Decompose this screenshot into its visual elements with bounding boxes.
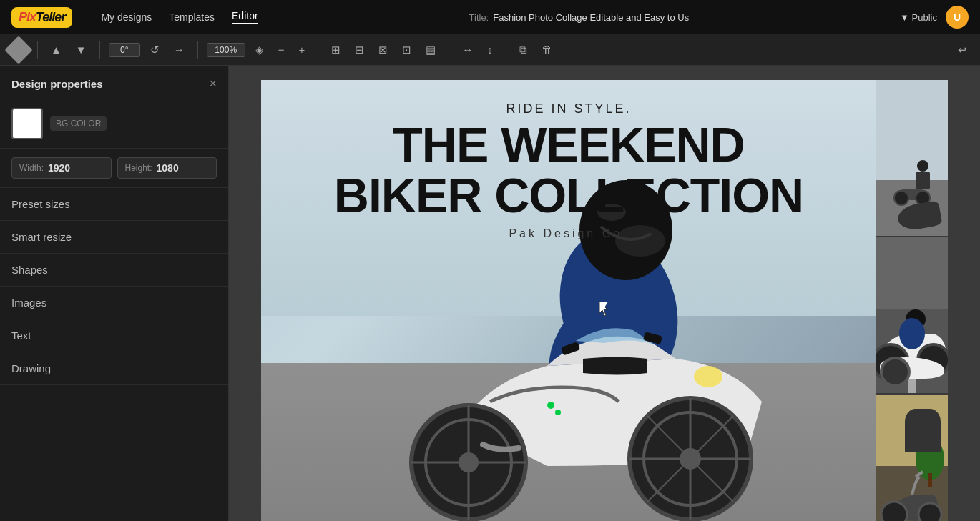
rotate-arrow-btn[interactable]: → bbox=[170, 41, 189, 59]
nav-templates[interactable]: Templates bbox=[169, 11, 215, 23]
sidebar-item-smart-resize[interactable]: Smart resize bbox=[0, 221, 228, 254]
close-button[interactable]: × bbox=[209, 77, 217, 90]
svg-point-30 bbox=[916, 191, 930, 205]
canvas-subtitle: RIDE IN STYLE. bbox=[261, 101, 876, 116]
height-box[interactable]: Height: 1080 bbox=[117, 157, 217, 179]
align-btn-4[interactable]: ⊡ bbox=[398, 41, 416, 59]
svg-point-36 bbox=[899, 318, 925, 349]
toolbar: ▲ ▼ ↺ → ◈ − + ⊞ ⊟ ⊠ ⊡ ▤ ↔ ↕ ⧉ 🗑 ↩ bbox=[0, 34, 980, 66]
thumbnail-1[interactable] bbox=[876, 80, 948, 237]
public-button[interactable]: ▼ Public bbox=[900, 12, 937, 23]
sidebar-title: Design properties bbox=[11, 78, 103, 90]
separator-6 bbox=[506, 41, 506, 59]
main: Design properties × BG COLOR Width: 1920… bbox=[0, 66, 980, 521]
svg-point-21 bbox=[694, 366, 722, 387]
canvas-text-overlay: RIDE IN STYLE. THE WEEKEND BIKER COLLECT… bbox=[261, 101, 876, 240]
width-label: Width: bbox=[19, 163, 44, 173]
canvas-wrapper: RIDE IN STYLE. THE WEEKEND BIKER COLLECT… bbox=[261, 80, 948, 521]
delete-btn[interactable]: 🗑 bbox=[537, 41, 557, 59]
move-up-btn[interactable]: ▲ bbox=[46, 41, 66, 59]
width-box[interactable]: Width: 1920 bbox=[11, 157, 112, 179]
title-label: Title: bbox=[469, 12, 489, 23]
svg-rect-32 bbox=[876, 237, 948, 309]
zoom-input[interactable] bbox=[207, 43, 245, 57]
svg-rect-37 bbox=[908, 377, 916, 395]
nav-editor[interactable]: Editor bbox=[232, 10, 258, 24]
nav-right: ▼ Public U bbox=[900, 6, 969, 29]
thumbnail-strip bbox=[876, 80, 948, 521]
copy-btn[interactable]: ⧉ bbox=[515, 41, 531, 59]
logo[interactable]: PixTeller bbox=[11, 7, 72, 28]
separator-2 bbox=[99, 41, 100, 59]
separator-3 bbox=[197, 41, 198, 59]
align-btn-5[interactable]: ▤ bbox=[421, 41, 440, 59]
width-value: 1920 bbox=[48, 162, 70, 174]
top-nav: PixTeller My designs Templates Editor Ti… bbox=[0, 0, 980, 34]
undo-btn[interactable]: ↩ bbox=[954, 41, 971, 59]
svg-rect-27 bbox=[916, 172, 930, 189]
canvas-area[interactable]: RIDE IN STYLE. THE WEEKEND BIKER COLLECT… bbox=[229, 66, 980, 521]
avatar[interactable]: U bbox=[946, 6, 969, 29]
sidebar-item-preset-sizes[interactable]: Preset sizes bbox=[0, 188, 228, 221]
rotation-input[interactable] bbox=[109, 43, 140, 57]
align-btn-2[interactable]: ⊟ bbox=[351, 41, 368, 59]
thumbnail-3[interactable] bbox=[876, 395, 948, 521]
separator-4 bbox=[318, 41, 318, 59]
nav-my-designs[interactable]: My designs bbox=[101, 11, 152, 23]
svg-point-34 bbox=[918, 344, 948, 376]
height-value: 1080 bbox=[157, 162, 179, 174]
sidebar-item-drawing[interactable]: Drawing bbox=[0, 352, 228, 385]
svg-point-33 bbox=[876, 344, 908, 380]
zoom-minus-btn[interactable]: − bbox=[274, 41, 289, 59]
align-btn-1[interactable]: ⊞ bbox=[327, 41, 345, 59]
title-text[interactable]: Fashion Photo Collage Editable and Easy … bbox=[493, 12, 689, 23]
flip-h-btn[interactable]: ↔ bbox=[458, 41, 477, 59]
bg-color-label: BG COLOR bbox=[50, 116, 107, 131]
height-label: Height: bbox=[125, 163, 152, 173]
separator-5 bbox=[449, 41, 449, 59]
logo-text: PixTeller bbox=[11, 7, 72, 28]
svg-rect-41 bbox=[928, 473, 932, 487]
flip-v-btn[interactable]: ↕ bbox=[483, 41, 497, 59]
svg-point-26 bbox=[917, 160, 928, 172]
sidebar-item-shapes[interactable]: Shapes bbox=[0, 254, 228, 287]
layer-icon[interactable] bbox=[4, 36, 33, 64]
dimensions-section: Width: 1920 Height: 1080 bbox=[0, 149, 228, 188]
canvas-brand: Pak Design Co. bbox=[261, 227, 876, 240]
svg-point-42 bbox=[881, 502, 907, 521]
zoom-plus-btn[interactable]: + bbox=[294, 41, 309, 59]
svg-point-43 bbox=[918, 503, 941, 521]
svg-point-23 bbox=[555, 410, 561, 415]
sidebar-header: Design properties × bbox=[0, 66, 228, 99]
sidebar-item-text[interactable]: Text bbox=[0, 319, 228, 352]
bg-color-section: BG COLOR bbox=[0, 99, 228, 149]
nav-center: Title: Fashion Photo Collage Editable an… bbox=[275, 12, 883, 23]
sidebar-item-images[interactable]: Images bbox=[0, 287, 228, 319]
separator-1 bbox=[37, 41, 38, 59]
move-down-btn[interactable]: ▼ bbox=[72, 41, 91, 59]
bg-color-swatch[interactable] bbox=[11, 108, 43, 139]
quality-btn[interactable]: ◈ bbox=[251, 41, 268, 59]
thumbnail-2[interactable] bbox=[876, 237, 948, 395]
svg-point-22 bbox=[547, 402, 554, 409]
svg-point-29 bbox=[894, 191, 908, 205]
canvas-title: THE WEEKEND BIKER COLLECTION bbox=[261, 119, 876, 222]
main-canvas[interactable]: RIDE IN STYLE. THE WEEKEND BIKER COLLECT… bbox=[261, 80, 876, 521]
sidebar: Design properties × BG COLOR Width: 1920… bbox=[0, 66, 229, 521]
rotate-ccw-btn[interactable]: ↺ bbox=[146, 41, 164, 59]
align-btn-3[interactable]: ⊠ bbox=[374, 41, 392, 59]
